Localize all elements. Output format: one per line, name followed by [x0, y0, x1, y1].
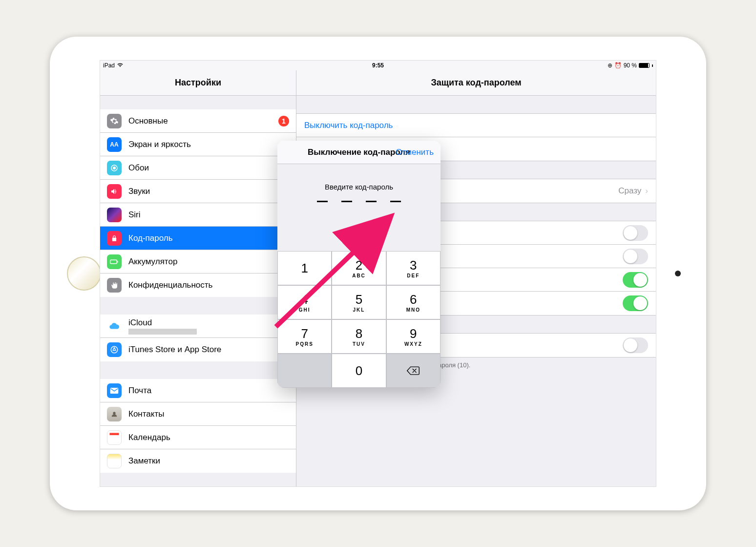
- battery-icon: [107, 254, 122, 269]
- key-2[interactable]: 2ABC: [332, 251, 386, 285]
- key-backspace[interactable]: [386, 354, 441, 388]
- sidebar-item-display[interactable]: AA Экран и яркость: [100, 133, 296, 156]
- contacts-icon: [107, 407, 122, 421]
- sounds-icon: [107, 184, 122, 199]
- gear-icon: [107, 114, 122, 128]
- front-camera: [675, 271, 681, 276]
- wallpaper-icon: [107, 161, 122, 175]
- require-value: Сразу: [618, 186, 641, 196]
- ipad-frame: iPad 9:55 ⊕ ⏰ 90 % Настройки: [50, 37, 706, 510]
- key-5[interactable]: 5JKL: [332, 285, 386, 319]
- display-icon: AA: [107, 137, 122, 152]
- sidebar-item-passcode[interactable]: Код-пароль: [100, 227, 296, 250]
- pin-slot: [390, 201, 401, 202]
- svg-rect-7: [109, 433, 119, 435]
- cancel-button[interactable]: Отменить: [396, 147, 434, 157]
- key-0[interactable]: 0: [332, 354, 386, 388]
- key-9[interactable]: 9WXYZ: [386, 319, 441, 354]
- siri-icon: [107, 208, 122, 222]
- pin-slot: [341, 201, 352, 202]
- status-bar: iPad 9:55 ⊕ ⏰ 90 %: [100, 61, 656, 70]
- key-6[interactable]: 6MNO: [386, 285, 441, 319]
- turn-off-passcode-link[interactable]: Выключить код-пароль: [296, 114, 656, 137]
- pin-slot: [317, 201, 328, 202]
- lock-icon: [107, 231, 122, 246]
- sidebar-item-privacy[interactable]: Конфиденциальность: [100, 274, 296, 297]
- device-label: iPad: [103, 62, 115, 69]
- key-3[interactable]: 3DEF: [386, 251, 441, 285]
- key-4[interactable]: 4GHI: [277, 285, 332, 319]
- key-blank: [277, 354, 332, 388]
- sidebar-item-contacts[interactable]: Контакты: [100, 402, 296, 426]
- pin-entry: [277, 201, 441, 251]
- alarm-icon: ⏰: [614, 62, 622, 69]
- modal-prompt: Введите код-пароль: [277, 164, 441, 201]
- battery-percent: 90 %: [624, 62, 637, 69]
- toggle-erase[interactable]: [623, 337, 648, 353]
- sidebar-item-mail[interactable]: Почта: [100, 379, 296, 402]
- toggle-3[interactable]: [623, 272, 648, 288]
- sidebar-item-siri[interactable]: Siri: [100, 203, 296, 227]
- sidebar-item-general[interactable]: Основные 1: [100, 109, 296, 133]
- key-1[interactable]: 1: [277, 251, 332, 285]
- sidebar-item-battery[interactable]: Аккумулятор: [100, 250, 296, 274]
- detail-title: Защита код-паролем: [296, 70, 656, 96]
- appstore-icon: [107, 342, 122, 357]
- sidebar-item-wallpaper[interactable]: Обои: [100, 156, 296, 180]
- backspace-icon: [406, 366, 420, 376]
- clock: 9:55: [372, 62, 384, 69]
- modal-title: Выключение код-пароля: [308, 147, 410, 157]
- sidebar-title: Настройки: [100, 70, 296, 96]
- svg-point-6: [113, 412, 115, 414]
- svg-point-1: [113, 167, 116, 169]
- key-7[interactable]: 7PQRS: [277, 319, 332, 354]
- pin-slot: [366, 201, 377, 202]
- cloud-icon: [107, 319, 122, 334]
- toggle-2[interactable]: [623, 249, 648, 264]
- sidebar-item-appstore[interactable]: iTunes Store и App Store: [100, 338, 296, 361]
- screen: iPad 9:55 ⊕ ⏰ 90 % Настройки: [100, 60, 656, 487]
- home-button[interactable]: [67, 256, 101, 291]
- settings-sidebar: Настройки Основные 1 AA Экран и яркость: [100, 70, 296, 486]
- sidebar-item-calendar[interactable]: Календарь: [100, 426, 296, 449]
- rotation-lock-icon: ⊕: [608, 62, 612, 69]
- svg-rect-2: [110, 260, 117, 264]
- svg-rect-3: [117, 261, 118, 262]
- notes-icon: [107, 454, 122, 468]
- sidebar-item-icloud[interactable]: iCloud: [100, 315, 296, 338]
- passcode-modal: Выключение код-пароля Отменить Введите к…: [277, 141, 441, 388]
- battery-icon: [639, 63, 650, 68]
- notification-badge: 1: [278, 116, 289, 126]
- icloud-account: [128, 329, 197, 335]
- mail-icon: [107, 383, 122, 398]
- wifi-icon: [117, 62, 124, 69]
- toggle-1[interactable]: [623, 225, 648, 241]
- key-8[interactable]: 8TUV: [332, 319, 386, 354]
- chevron-right-icon: ›: [645, 186, 648, 196]
- calendar-icon: [107, 430, 122, 445]
- numeric-keypad: 1 2ABC 3DEF 4GHI 5JKL 6MNO 7PQRS 8TUV 9W…: [277, 251, 441, 388]
- toggle-4[interactable]: [623, 295, 648, 311]
- sidebar-item-sounds[interactable]: Звуки: [100, 180, 296, 203]
- hand-icon: [107, 278, 122, 293]
- sidebar-item-notes[interactable]: Заметки: [100, 449, 296, 473]
